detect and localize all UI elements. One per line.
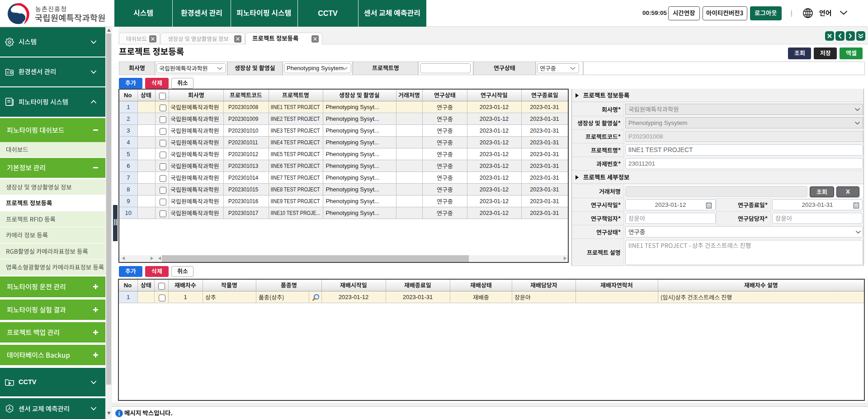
svg-text:i: i <box>118 410 120 417</box>
